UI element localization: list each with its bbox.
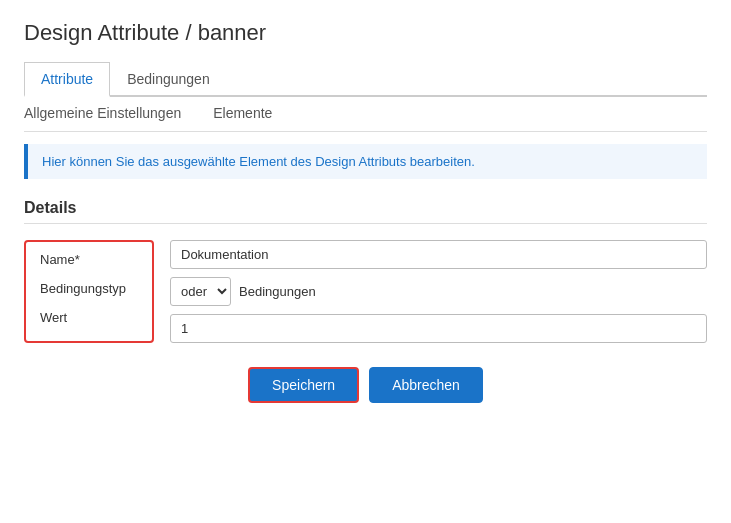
name-label: Name* <box>40 252 138 267</box>
bedingungstyp-label: Bedingungstyp <box>40 281 138 296</box>
bedingungstyp-field-row: oder und Bedingungen <box>170 277 707 306</box>
page-title: Design Attribute / banner <box>24 20 707 46</box>
wert-label: Wert <box>40 310 138 325</box>
labels-column: Name* Bedingungstyp Wert <box>24 240 154 343</box>
wert-input[interactable] <box>170 314 707 343</box>
info-message: Hier können Sie das ausgewählte Element … <box>42 154 475 169</box>
name-input[interactable] <box>170 240 707 269</box>
wert-field-row <box>170 314 707 343</box>
tab-attribute[interactable]: Attribute <box>24 62 110 97</box>
name-field-row <box>170 240 707 269</box>
info-box: Hier können Sie das ausgewählte Element … <box>24 144 707 179</box>
form-area: Name* Bedingungstyp Wert oder und Beding… <box>24 240 707 343</box>
tabs-container: Attribute Bedingungen <box>24 62 707 97</box>
save-button[interactable]: Speichern <box>248 367 359 403</box>
bedingungen-text: Bedingungen <box>239 284 316 299</box>
cancel-button[interactable]: Abbrechen <box>369 367 483 403</box>
section-title: Details <box>24 199 707 224</box>
bedingungstyp-select[interactable]: oder und <box>170 277 231 306</box>
sub-tabs-container: Allgemeine Einstellungen Elemente <box>24 97 707 132</box>
sub-tab-allgemeine[interactable]: Allgemeine Einstellungen <box>24 97 197 131</box>
fields-column: oder und Bedingungen <box>170 240 707 343</box>
tab-bedingungen[interactable]: Bedingungen <box>110 62 227 97</box>
buttons-row: Speichern Abbrechen <box>24 367 707 403</box>
sub-tab-elemente[interactable]: Elemente <box>197 97 288 131</box>
